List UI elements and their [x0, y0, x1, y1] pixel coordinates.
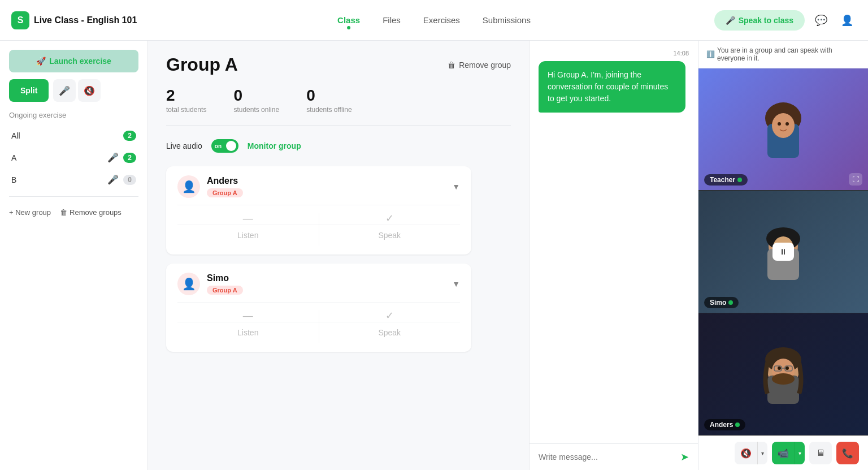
speak-to-class-button[interactable]: 🎤 Speak to class [714, 10, 805, 31]
group-badge-a: 2 [123, 153, 136, 163]
toggle-knob [226, 141, 236, 151]
online-dot-teacher [737, 178, 742, 182]
chat-input[interactable] [539, 452, 676, 462]
online-dot-anders [735, 422, 740, 427]
stat-online: 0 students online [233, 87, 279, 114]
nav-item-files[interactable]: Files [383, 13, 401, 27]
live-audio-toggle[interactable]: on [211, 139, 238, 153]
group-tag-simo: Group A [207, 286, 243, 295]
video-label-teacher: Teacher [704, 174, 748, 186]
stat-total-label: total students [166, 106, 206, 114]
remove-groups-link[interactable]: 🗑 Remove groups [60, 208, 121, 217]
video-group: 📹 ▾ [772, 442, 805, 464]
nav-item-class[interactable]: Class [337, 13, 360, 27]
student-info-simo: 👤 Simo Group A [177, 273, 243, 295]
video-on-button[interactable]: 📹 [772, 442, 795, 464]
student-info-anders: 👤 Anders Group A [177, 175, 243, 198]
student-details-simo: Simo Group A [207, 273, 243, 295]
trash-icon: 🗑 [60, 208, 67, 217]
video-label-simo: Simo [704, 297, 739, 308]
stat-total-number: 2 [166, 87, 206, 105]
microphone-icon: 🎤 [726, 16, 735, 25]
nav-item-submissions[interactable]: Submissions [483, 13, 531, 27]
stats-row: 2 total students 0 students online 0 stu… [166, 87, 511, 126]
sidebar-divider [9, 196, 138, 197]
stat-online-label: students online [233, 106, 279, 114]
mic-off-button[interactable]: 🔇 [78, 79, 101, 102]
new-group-link[interactable]: + New group [9, 208, 51, 217]
student-name-simo: Simo [207, 273, 243, 283]
group-list-item-b[interactable]: B 🎤 0 [9, 170, 138, 189]
remove-group-button[interactable]: 🗑 Remove group [448, 61, 511, 70]
chat-input-row: ➤ [530, 443, 698, 470]
status-dash-simo: — [177, 310, 319, 322]
expand-teacher-button[interactable]: ⛶ [849, 173, 862, 186]
mute-group: 🔇 ▾ [735, 442, 767, 464]
trash-icon-group: 🗑 [448, 61, 455, 70]
listen-btn-simo[interactable]: Listen [177, 322, 319, 343]
student-actions-row-simo: Listen Speak [177, 322, 460, 343]
group-list-item-all[interactable]: All 2 [9, 126, 138, 145]
logo-area: S Live Class - English 101 [11, 11, 137, 29]
simo-name-label: Simo [710, 299, 726, 307]
mic-icon-a: 🎤 [107, 152, 119, 163]
pause-button[interactable]: ⏸ [772, 243, 794, 261]
end-call-button[interactable]: 📞 [836, 442, 859, 464]
status-dash-anders: — [177, 213, 319, 225]
app-title: Live Class - English 101 [34, 15, 137, 25]
status-check-simo: ✓ [319, 309, 461, 322]
video-toolbar: 🔇 ▾ 📹 ▾ 🖥 📞 [698, 435, 868, 470]
group-list-label-a: A [11, 153, 16, 162]
chat-area: 14:08 Hi Group A. I'm, joining the conve… [529, 41, 698, 470]
mute-dropdown[interactable]: ▾ [757, 442, 767, 464]
send-message-button[interactable]: ➤ [680, 451, 689, 463]
mic-buttons: 🎤 🔇 [53, 79, 101, 102]
avatar-anders: 👤 [177, 175, 200, 198]
video-info-text: You are in a group and can speak with ev… [717, 46, 860, 62]
chat-icon-button[interactable]: 💬 [811, 11, 831, 30]
video-label-anders: Anders [704, 419, 745, 430]
speak-btn-simo[interactable]: Speak [319, 322, 461, 343]
anders-name-label: Anders [710, 421, 733, 429]
video-bg-teacher [698, 68, 868, 190]
listen-btn-anders[interactable]: Listen [177, 225, 319, 245]
teacher-name-label: Teacher [710, 176, 735, 184]
video-bg-anders [698, 313, 868, 435]
chat-timestamp: 14:08 [539, 50, 689, 57]
mute-button[interactable]: 🔇 [735, 442, 757, 464]
monitor-group-button[interactable]: Monitor group [248, 141, 301, 150]
svg-point-19 [778, 366, 781, 370]
ongoing-label: Ongoing exercise [9, 111, 138, 119]
live-audio-label: Live audio [166, 141, 202, 150]
video-dropdown[interactable]: ▾ [795, 442, 805, 464]
chevron-down-icon-anders[interactable]: ▼ [452, 182, 460, 191]
nav-item-exercises[interactable]: Exercises [423, 13, 460, 27]
video-tile-teacher: Teacher ⛶ [698, 68, 868, 191]
split-button[interactable]: Split [9, 79, 49, 102]
group-list-label-b: B [11, 175, 16, 184]
content-area: Group A 🗑 Remove group 2 total students … [148, 41, 529, 470]
group-list: All 2 A 🎤 2 B 🎤 0 [9, 126, 138, 189]
user-menu-button[interactable]: 👤 [837, 11, 857, 30]
mic-on-button[interactable]: 🎤 [53, 79, 76, 102]
mic-icon-b: 🎤 [107, 174, 119, 185]
group-badge-b: 0 [123, 175, 136, 185]
screen-share-button[interactable]: 🖥 [809, 442, 832, 464]
nav-right: 🎤 Speak to class 💬 👤 [714, 10, 857, 31]
speak-btn-anders[interactable]: Speak [319, 225, 461, 245]
split-row: Split 🎤 🔇 [9, 79, 138, 102]
video-tile-anders: Anders [698, 313, 868, 435]
video-info-bar: ℹ️ You are in a group and can speak with… [698, 41, 868, 68]
student-card-header-anders: 👤 Anders Group A ▼ [177, 175, 460, 198]
anders-face-svg [755, 337, 811, 411]
online-dot-simo [728, 300, 733, 305]
chevron-down-icon-simo[interactable]: ▼ [452, 279, 460, 288]
video-panel: ℹ️ You are in a group and can speak with… [698, 41, 868, 470]
launch-exercise-button[interactable]: 🚀 Launch exercise [9, 50, 138, 72]
group-list-item-a[interactable]: A 🎤 2 [9, 148, 138, 167]
students-list: 👤 Anders Group A ▼ — ✓ Listen Speak [166, 166, 511, 352]
student-name-anders: Anders [207, 176, 243, 186]
student-status-row-anders: — ✓ [177, 205, 460, 225]
student-card-header-simo: 👤 Simo Group A ▼ [177, 273, 460, 295]
nav-center: Class Files Exercises Submissions [337, 13, 531, 27]
